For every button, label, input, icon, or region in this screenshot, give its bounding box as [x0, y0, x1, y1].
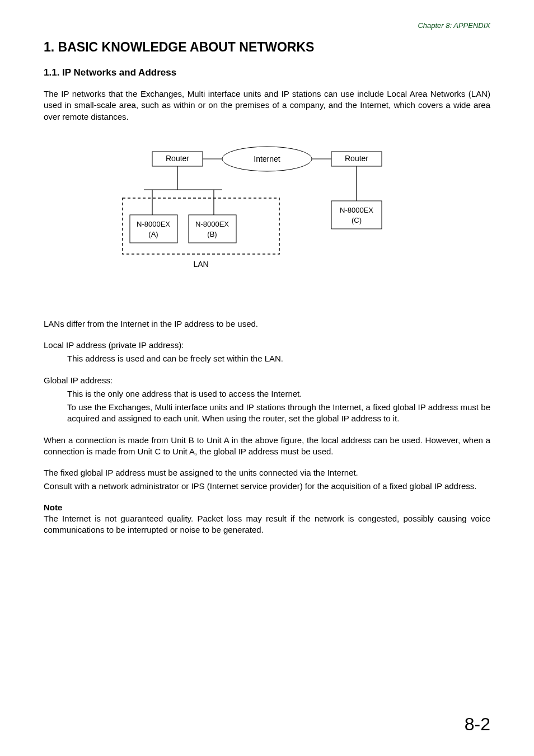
page: Chapter 8: APPENDIX 1. BASIC KNOWLEDGE A… — [0, 0, 534, 756]
chapter-header: Chapter 8: APPENDIX — [44, 21, 490, 30]
lan-diff-text: LANs differ from the Internet in the IP … — [44, 318, 490, 330]
router-left-label: Router — [166, 154, 189, 163]
box-c-line2: (C) — [352, 216, 362, 224]
svg-rect-13 — [331, 201, 382, 229]
local-ip-text: This address is used and can be freely s… — [67, 353, 490, 364]
box-a-line2: (A) — [148, 230, 158, 238]
connection-text: When a connection is made from Unit B to… — [44, 435, 490, 458]
box-c-line1: N-8000EX — [340, 206, 373, 214]
network-diagram: Router Internet Router N-8000EX (A) N — [44, 145, 490, 290]
intro-paragraph: The IP networks that the Exchanges, Mult… — [44, 88, 490, 123]
fixed-ip-text1: The fixed global IP address must be assi… — [44, 467, 490, 478]
note-label: Note — [44, 503, 490, 512]
router-right-label: Router — [345, 154, 368, 163]
fixed-ip-text2: Consult with a network administrator or … — [44, 481, 490, 492]
local-ip-label: Local IP address (private IP address): — [44, 340, 490, 351]
lan-label: LAN — [193, 260, 208, 269]
svg-rect-10 — [130, 215, 177, 243]
box-a-line1: N-8000EX — [137, 220, 170, 228]
global-ip-text1: This is the only one address that is use… — [67, 388, 490, 400]
note-text: The Internet is not guaranteed quality. … — [44, 513, 490, 536]
page-number: 8-2 — [465, 714, 490, 735]
subsection-heading: 1.1. IP Networks and Address — [44, 67, 490, 78]
global-ip-label: Global IP address: — [44, 375, 490, 386]
svg-rect-11 — [189, 215, 236, 243]
section-heading: 1. BASIC KNOWLEDGE ABOUT NETWORKS — [44, 40, 490, 55]
global-ip-text2: To use the Exchanges, Multi interface un… — [67, 402, 490, 425]
box-b-line2: (B) — [207, 230, 217, 238]
box-b-line1: N-8000EX — [195, 220, 229, 228]
internet-label: Internet — [254, 154, 280, 163]
